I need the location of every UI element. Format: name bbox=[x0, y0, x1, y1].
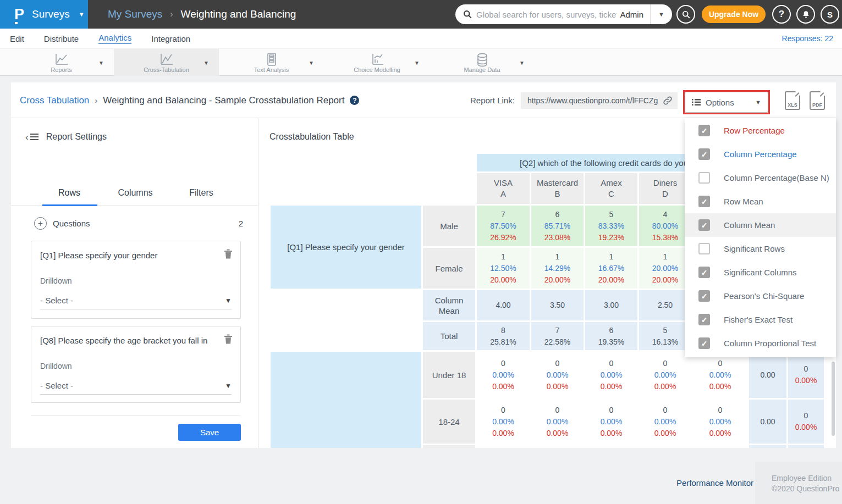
checkbox-checked-icon[interactable] bbox=[698, 125, 710, 136]
checkbox-checked-icon[interactable] bbox=[698, 314, 710, 325]
menu-item-row-percentage[interactable]: Row Percentage bbox=[685, 119, 836, 142]
tool-label: Choice Modelling bbox=[324, 67, 430, 73]
menu-item-pearsons-chi-square[interactable]: Pearson's Chi-Square bbox=[685, 284, 836, 308]
count: 0 bbox=[609, 358, 614, 369]
cell-clipped bbox=[749, 445, 786, 448]
select-value: - Select - bbox=[40, 296, 73, 305]
count: 0 bbox=[555, 358, 560, 369]
menu-item-label: Significant Rows bbox=[724, 244, 785, 253]
report-link-field[interactable]: https://www.questionpro.com/t/lFFCZg bbox=[521, 92, 678, 109]
count: 0 bbox=[555, 405, 560, 416]
checkbox-checked-icon[interactable] bbox=[698, 267, 710, 278]
drilldown-select[interactable]: - Select - ▼ bbox=[40, 377, 232, 395]
report-url[interactable]: https://www.questionpro.com/t/lFFCZg bbox=[527, 96, 662, 105]
nav-edit[interactable]: Edit bbox=[10, 34, 24, 43]
breadcrumb-my-surveys[interactable]: My Surveys bbox=[108, 8, 162, 20]
header-line1: VISA bbox=[494, 178, 513, 189]
q2-label: [Q2] which of the following credit cards… bbox=[520, 157, 695, 169]
mean: 0.00 bbox=[760, 416, 775, 428]
options-highlight-box: Options ▼ bbox=[683, 90, 770, 114]
nav-distribute[interactable]: Distribute bbox=[44, 34, 79, 43]
cell-colmean-amex: 3.00 bbox=[585, 290, 637, 320]
chevron-down-icon[interactable]: ▼ bbox=[414, 60, 420, 66]
export-pdf-button[interactable]: PDF bbox=[810, 91, 825, 110]
collapse-panel-icon[interactable]: ‹ bbox=[25, 132, 38, 142]
nav-integration[interactable]: Integration bbox=[151, 34, 190, 43]
performance-monitor-link[interactable]: Performance Monitor bbox=[627, 478, 753, 488]
tool-manage-data[interactable]: ▼ Manage Data bbox=[430, 49, 535, 76]
upgrade-now-button[interactable]: Upgrade Now bbox=[702, 5, 766, 23]
checkbox-checked-icon[interactable] bbox=[698, 290, 710, 302]
menu-item-significant-rows[interactable]: Significant Rows bbox=[685, 237, 836, 261]
row-label-under18: Under 18 bbox=[423, 352, 475, 398]
tool-cross-tabulation[interactable]: ▼ Cross-Tabulation bbox=[114, 49, 219, 76]
col-pct: 20.00% bbox=[544, 274, 570, 286]
analytics-toolbar: ▼ Reports ▼ Cross-Tabulation ▼ Text Anal… bbox=[0, 48, 842, 76]
menu-item-row-mean[interactable]: Row Mean bbox=[685, 190, 836, 213]
report-settings-panel: ‹ Report Settings Rows Columns Filters +… bbox=[11, 118, 258, 448]
search-scope-dropdown[interactable]: ▼ bbox=[650, 4, 672, 24]
help-button[interactable]: ? bbox=[772, 5, 791, 24]
cell-female-diners: 120.00%20.00% bbox=[639, 248, 691, 289]
cell-female-mastercard: 114.29%20.00% bbox=[531, 248, 584, 289]
drilldown-select[interactable]: - Select - ▼ bbox=[40, 292, 232, 309]
tool-text-analysis[interactable]: ▼ Text Analysis bbox=[219, 49, 324, 76]
search-input[interactable] bbox=[476, 10, 617, 19]
checkbox-checked-icon[interactable] bbox=[698, 337, 710, 349]
chevron-down-icon: ▼ bbox=[79, 11, 85, 18]
count: 5 bbox=[663, 325, 668, 336]
save-button[interactable]: Save bbox=[178, 424, 241, 441]
menu-item-column-mean[interactable]: Column Mean bbox=[685, 213, 836, 237]
nav-analytics[interactable]: Analytics bbox=[98, 33, 131, 44]
col-pct: 20.00% bbox=[598, 274, 624, 286]
count: 8 bbox=[501, 325, 505, 336]
checkbox-checked-icon[interactable] bbox=[698, 219, 710, 231]
cross-tabulation-link[interactable]: Cross Tabulation bbox=[20, 95, 89, 106]
product-label: Surveys bbox=[32, 8, 70, 20]
tool-reports[interactable]: ▼ Reports bbox=[9, 49, 114, 76]
q1-label: [Q1] Please specify your gender bbox=[287, 241, 404, 253]
cell-total-diners: 516.13% bbox=[639, 322, 691, 350]
row-pct: 0.00% bbox=[709, 369, 731, 381]
table-scrollbar[interactable] bbox=[832, 362, 835, 436]
col-pct: 20.00% bbox=[490, 274, 516, 286]
cell-1824-mastercard: 00.00%0.00% bbox=[531, 400, 584, 444]
chevron-down-icon[interactable]: ▼ bbox=[203, 60, 209, 66]
menu-item-significant-columns[interactable]: Significant Columns bbox=[685, 261, 836, 284]
options-button[interactable]: Options ▼ bbox=[685, 92, 768, 113]
menu-item-fishers-exact-test[interactable]: Fisher's Exact Test bbox=[685, 308, 836, 331]
checkbox-unchecked-icon[interactable] bbox=[698, 172, 710, 184]
search-submit-button[interactable] bbox=[676, 5, 695, 24]
menu-item-column-percentage-base-n[interactable]: Column Percentage(Base N) bbox=[685, 166, 836, 190]
cell-under18-col5: 00.00%0.00% bbox=[693, 352, 747, 398]
product-switcher[interactable]: P Surveys ▼ bbox=[0, 0, 88, 29]
count: 1 bbox=[555, 251, 560, 263]
avatar[interactable]: S bbox=[821, 5, 839, 24]
help-icon[interactable]: ? bbox=[350, 96, 359, 105]
tab-filters[interactable]: Filters bbox=[168, 188, 234, 198]
checkbox-unchecked-icon[interactable] bbox=[698, 243, 710, 254]
delete-icon[interactable] bbox=[224, 249, 233, 259]
checkbox-checked-icon[interactable] bbox=[698, 148, 710, 160]
tool-choice-modelling[interactable]: ▼ Choice Modelling bbox=[324, 49, 430, 76]
cell-under18-amex: 00.00%0.00% bbox=[585, 352, 637, 398]
col-pct: 15.38% bbox=[652, 232, 678, 243]
tab-rows[interactable]: Rows bbox=[36, 188, 102, 198]
tab-columns[interactable]: Columns bbox=[102, 188, 168, 198]
col-pct: 0.00% bbox=[709, 428, 731, 439]
menu-item-column-proportional-test[interactable]: Column Proportional Test bbox=[685, 331, 836, 355]
add-question-button[interactable]: + bbox=[34, 217, 47, 230]
notifications-button[interactable] bbox=[796, 5, 815, 24]
chevron-down-icon[interactable]: ▼ bbox=[519, 60, 525, 66]
delete-icon[interactable] bbox=[224, 334, 233, 344]
cell-clipped bbox=[788, 445, 824, 448]
checkbox-checked-icon[interactable] bbox=[698, 196, 710, 207]
export-xls-button[interactable]: XLS bbox=[785, 91, 800, 110]
chevron-down-icon[interactable]: ▼ bbox=[98, 60, 104, 66]
menu-item-column-percentage[interactable]: Column Percentage bbox=[685, 142, 836, 166]
cell-1824-total: 00.00% bbox=[788, 400, 824, 444]
options-label: Options bbox=[706, 98, 734, 107]
link-icon[interactable] bbox=[662, 95, 673, 106]
header-line1: Amex bbox=[601, 178, 621, 189]
chevron-down-icon[interactable]: ▼ bbox=[309, 60, 314, 66]
